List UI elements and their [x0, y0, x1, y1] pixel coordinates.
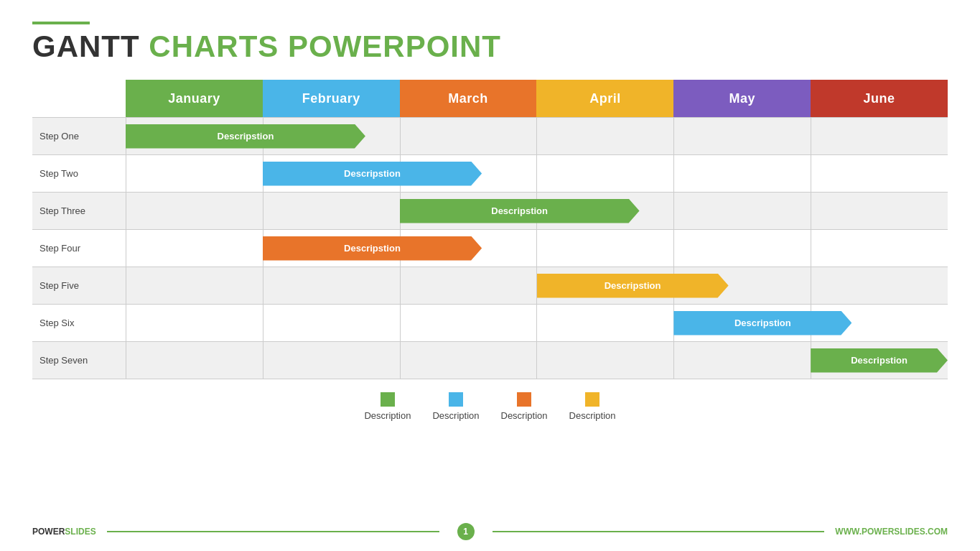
table-row: Step Five Descripstion [32, 267, 948, 305]
legend-color-2 [449, 392, 463, 407]
footer-power: POWER [32, 527, 65, 537]
cell-apr [536, 230, 673, 267]
legend-label-3: Description [501, 410, 548, 421]
footer-line-right [493, 531, 825, 532]
row-label: Step One [32, 131, 126, 142]
header-accent-line [32, 22, 90, 24]
row-cells: Descripstion [126, 267, 948, 304]
row-label: Step Five [32, 280, 126, 291]
month-february: February [263, 80, 400, 117]
row-cells: Descripstion [126, 230, 948, 267]
month-april: April [536, 80, 673, 117]
cell-feb [263, 267, 400, 304]
cell-apr [536, 155, 673, 192]
legend-item-1: Description [364, 392, 411, 421]
table-row: Step Two Descripstion [32, 155, 948, 193]
footer: POWERSLIDES 1 WWW.POWERSLIDES.COM [0, 523, 980, 540]
footer-line-left [107, 531, 439, 532]
gantt-bar-step7: Descripstion [811, 348, 948, 373]
cell-feb [263, 305, 400, 341]
table-row: Step Four Descripstion [32, 230, 948, 267]
row-label: Step Seven [32, 355, 126, 366]
table-row: Step Seven Descripstion [32, 342, 948, 379]
title-part2: CHARTS POWERPOINT [149, 29, 501, 63]
title-part1: GANTT [32, 29, 149, 63]
gantt-bar-step5: Descripstion [537, 274, 729, 298]
row-label: Step Six [32, 318, 126, 328]
cell-may [673, 193, 811, 229]
cell-may [673, 342, 811, 379]
month-march: March [400, 80, 537, 117]
legend-label-1: Description [364, 410, 411, 421]
cell-jan [126, 305, 263, 341]
month-june: June [811, 80, 948, 117]
chart-container: January February March April May June St… [0, 73, 980, 421]
row-label: Step Four [32, 243, 126, 254]
months-row: January February March April May June [126, 80, 948, 117]
gantt-rows: Step One Descripstion Step Two [32, 117, 948, 379]
cell-mar [400, 118, 537, 154]
cell-jun [811, 193, 948, 229]
legend-item-4: Description [569, 392, 616, 421]
legend: Description Description Description Desc… [32, 392, 948, 421]
legend-color-3 [517, 392, 531, 407]
cell-jan [126, 155, 263, 192]
cell-jan [126, 230, 263, 267]
row-label: Step Two [32, 168, 126, 179]
row-label: Step Three [32, 205, 126, 216]
cell-apr [536, 118, 673, 154]
page-title: GANTT CHARTS POWERPOINT [32, 32, 948, 62]
legend-item-2: Description [432, 392, 479, 421]
table-row: Step One Descripstion [32, 118, 948, 155]
cell-apr [536, 342, 673, 379]
cell-jan [126, 193, 263, 229]
footer-page-number: 1 [457, 523, 475, 540]
footer-slides: SLIDES [65, 527, 95, 537]
gantt-bar-step2: Descripstion [263, 162, 482, 186]
table-row: Step Three Descripstion [32, 193, 948, 230]
row-cells: Descripstion [126, 342, 948, 379]
cell-jun [811, 155, 948, 192]
cell-mar [400, 305, 537, 341]
cell-feb [263, 193, 400, 229]
legend-label-2: Description [432, 410, 479, 421]
header: GANTT CHARTS POWERPOINT [0, 0, 980, 73]
row-cells: Descripstion [126, 193, 948, 229]
legend-item-3: Description [501, 392, 548, 421]
footer-brand: POWERSLIDES [32, 527, 96, 537]
month-january: January [126, 80, 263, 117]
cell-mar [400, 267, 537, 304]
row-cells: Descripstion [126, 305, 948, 341]
legend-color-4 [585, 392, 599, 407]
cell-mar [400, 342, 537, 379]
cell-feb [263, 342, 400, 379]
legend-label-4: Description [569, 410, 616, 421]
row-cells: Descripstion [126, 118, 948, 154]
row-cells: Descripstion [126, 155, 948, 192]
cell-jun [811, 118, 948, 154]
cell-jan [126, 342, 263, 379]
cell-may [673, 230, 811, 267]
legend-color-1 [381, 392, 395, 407]
table-row: Step Six Descripstion [32, 305, 948, 342]
month-may: May [673, 80, 811, 117]
gantt-bar-step1: Descripstion [126, 124, 365, 149]
cell-may [673, 155, 811, 192]
gantt-bar-step4: Descripstion [263, 236, 482, 261]
gantt-bar-step3: Descripstion [400, 199, 640, 223]
cell-jan [126, 267, 263, 304]
gantt-bar-step6: Descripstion [673, 311, 851, 335]
footer-url: WWW.POWERSLIDES.COM [835, 527, 948, 537]
cell-may [673, 118, 811, 154]
cell-jun [811, 230, 948, 267]
cell-jun [811, 267, 948, 304]
cell-apr [536, 305, 673, 341]
